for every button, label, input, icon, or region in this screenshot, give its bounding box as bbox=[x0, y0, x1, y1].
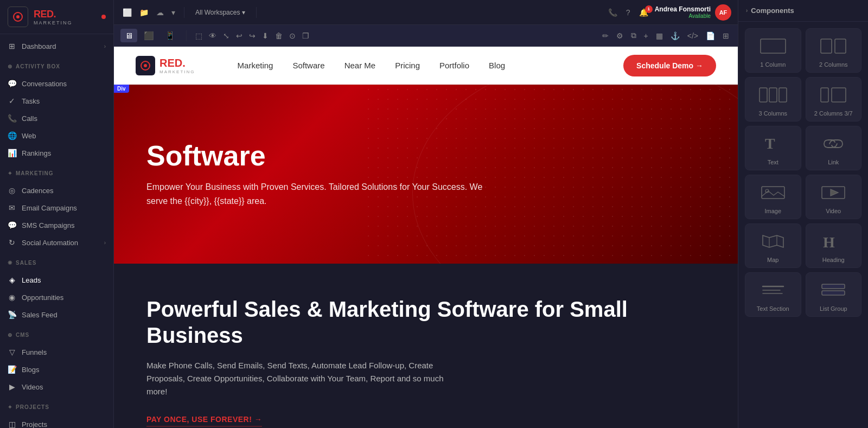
sidebar-item-web[interactable]: 🌐 Web bbox=[0, 127, 113, 144]
sidebar-item-social-automation[interactable]: ↻ Social Automation › bbox=[0, 234, 113, 251]
sidebar-item-label: Sales Feed bbox=[22, 311, 58, 319]
content-subtitle: Make Phone Calls, Send Emails, Send Text… bbox=[146, 359, 461, 398]
sidebar-item-label: Funnels bbox=[22, 348, 47, 356]
add-icon[interactable]: + bbox=[642, 29, 650, 42]
leads-icon: ◈ bbox=[8, 276, 16, 284]
sidebar-item-conversations[interactable]: 💬 Conversations bbox=[0, 75, 113, 92]
resize-icon[interactable]: ⤡ bbox=[221, 29, 232, 42]
desktop-view-button[interactable]: 🖥 bbox=[120, 29, 137, 42]
eye-icon[interactable]: 👁 bbox=[207, 29, 219, 42]
new-file-icon[interactable]: ⬜ bbox=[120, 6, 134, 19]
schedule-demo-button[interactable]: Schedule Demo → bbox=[623, 55, 716, 76]
sidebar-item-sales-feed[interactable]: 📡 Sales Feed bbox=[0, 306, 113, 323]
sidebar-logo-text: RED. bbox=[34, 9, 73, 20]
sidebar-item-cadences[interactable]: ◎ Cadences bbox=[0, 182, 113, 199]
notification-badge: 1 bbox=[645, 5, 653, 13]
settings-gear-icon[interactable]: ⚙ bbox=[614, 29, 626, 42]
sidebar-item-funnels[interactable]: ▽ Funnels bbox=[0, 343, 113, 361]
component-label: Image bbox=[764, 208, 781, 214]
component-label: 3 Columns bbox=[758, 110, 787, 117]
component-link[interactable]: Link bbox=[806, 126, 862, 170]
component-label: Text bbox=[768, 159, 778, 165]
list-group-icon bbox=[817, 279, 850, 301]
sidebar-item-rankings[interactable]: 📊 Rankings bbox=[0, 144, 113, 162]
site-nav: RED. MARKETING Marketing Software Near M… bbox=[114, 47, 738, 85]
component-text[interactable]: T Text bbox=[745, 126, 801, 170]
nav-link-pricing[interactable]: Pricing bbox=[385, 56, 430, 74]
phone-icon[interactable]: 📞 bbox=[606, 6, 620, 19]
component-label: Text Section bbox=[757, 305, 789, 312]
edit-icon[interactable]: ✏ bbox=[600, 29, 611, 42]
sidebar-item-tasks[interactable]: ✓ Tasks bbox=[0, 92, 113, 110]
svg-point-3 bbox=[144, 64, 147, 67]
cadences-icon: ◎ bbox=[8, 186, 16, 195]
sidebar-item-dashboard[interactable]: ⊞ Dashboard › bbox=[0, 37, 113, 55]
svg-text:T: T bbox=[765, 135, 775, 152]
nav-link-near-me[interactable]: Near Me bbox=[335, 56, 386, 74]
dropdown-icon[interactable]: ▾ bbox=[169, 6, 177, 19]
file-toolbar-icons: ⬜ 📁 ☁ ▾ bbox=[120, 6, 177, 19]
hero-subtitle: Empower Your Business with Proven Servic… bbox=[146, 180, 499, 208]
selection-icon[interactable]: ⬚ bbox=[193, 29, 205, 42]
mobile-view-button[interactable]: 📱 bbox=[161, 29, 180, 43]
sidebar-item-leads[interactable]: ◈ Leads bbox=[0, 271, 113, 289]
cta-link[interactable]: PAY ONCE, USE FOREVER! → bbox=[146, 415, 262, 427]
copy-icon[interactable]: ❐ bbox=[300, 29, 311, 42]
save-cloud-icon[interactable]: ☁ bbox=[154, 6, 166, 19]
download-icon[interactable]: ⬇ bbox=[260, 29, 271, 42]
nav-link-marketing[interactable]: Marketing bbox=[228, 56, 283, 74]
tablet-view-button[interactable]: ⬛ bbox=[139, 29, 158, 43]
component-3-columns[interactable]: 3 Columns bbox=[745, 77, 801, 122]
code-icon[interactable]: </> bbox=[685, 29, 700, 42]
circle-icon[interactable]: ⊙ bbox=[287, 29, 298, 42]
sidebar-item-videos[interactable]: ▶ Videos bbox=[0, 378, 113, 395]
redo-icon[interactable]: ↪ bbox=[247, 29, 258, 42]
device-divider bbox=[186, 30, 187, 41]
svg-point-1 bbox=[16, 15, 20, 18]
component-text-section[interactable]: Text Section bbox=[745, 272, 801, 317]
component-1-column[interactable]: 1 Column bbox=[745, 28, 801, 73]
undo-icon[interactable]: ↩ bbox=[234, 29, 245, 42]
sidebar-item-sms-campaigns[interactable]: 💬 SMS Campaigns bbox=[0, 216, 113, 234]
user-avatar[interactable]: AF bbox=[715, 4, 731, 21]
sidebar-item-email-campaigns[interactable]: ✉ Email Campaigns bbox=[0, 199, 113, 216]
component-2-columns[interactable]: 2 Columns bbox=[806, 28, 862, 73]
component-list-group[interactable]: List Group bbox=[806, 272, 862, 317]
nav-link-blog[interactable]: Blog bbox=[479, 56, 515, 74]
marketing-dot: ✦ bbox=[8, 170, 12, 176]
template-icon[interactable]: ▦ bbox=[654, 29, 665, 42]
help-icon[interactable]: ? bbox=[624, 6, 633, 19]
delete-icon[interactable]: 🗑 bbox=[273, 29, 285, 42]
site-logo-sub: MARKETING bbox=[159, 69, 195, 74]
marketing-nav-section: ◎ Cadences ✉ Email Campaigns 💬 SMS Campa… bbox=[0, 178, 113, 254]
sidebar-item-label: Tasks bbox=[22, 97, 40, 105]
component-heading[interactable]: H Heading bbox=[806, 223, 862, 268]
site-logo-icon bbox=[136, 56, 155, 75]
component-image[interactable]: Image bbox=[745, 175, 801, 219]
text-icon: T bbox=[757, 133, 789, 155]
notifications-button[interactable]: 🔔 1 bbox=[637, 8, 650, 17]
sidebar-item-projects[interactable]: ◫ Projects bbox=[0, 416, 113, 428]
layers-icon[interactable]: ⧉ bbox=[629, 29, 639, 42]
component-map[interactable]: Map bbox=[745, 223, 801, 268]
top-toolbar: ⬜ 📁 ☁ ▾ All Workspaces ▾ 📞 ? 🔔 1 Andrea … bbox=[114, 0, 738, 25]
dashboard-icon: ⊞ bbox=[8, 42, 16, 50]
sidebar-item-blogs[interactable]: 📝 Blogs bbox=[0, 361, 113, 378]
nav-link-portfolio[interactable]: Portfolio bbox=[430, 56, 479, 74]
expand-icon[interactable]: ⊞ bbox=[720, 29, 731, 42]
folder-icon[interactable]: 📁 bbox=[137, 6, 151, 19]
website-preview: RED. MARKETING Marketing Software Near M… bbox=[114, 47, 738, 428]
anchor-icon[interactable]: ⚓ bbox=[668, 29, 682, 42]
sidebar-item-calls[interactable]: 📞 Calls bbox=[0, 110, 113, 127]
nav-link-software[interactable]: Software bbox=[283, 56, 334, 74]
page-icon[interactable]: 📄 bbox=[704, 29, 717, 42]
component-2-columns-37[interactable]: 2 Columns 3/7 bbox=[806, 77, 862, 122]
toolbar-divider bbox=[184, 7, 184, 18]
toolbar-right: 📞 ? 🔔 1 Andrea Fonsmorti Available AF bbox=[606, 4, 731, 21]
projects-dot: ✦ bbox=[8, 404, 12, 410]
workspace-selector[interactable]: All Workspaces ▾ bbox=[191, 7, 250, 18]
main-area: ⬜ 📁 ☁ ▾ All Workspaces ▾ 📞 ? 🔔 1 Andrea … bbox=[114, 0, 738, 428]
sidebar-item-label: Calls bbox=[22, 114, 37, 123]
component-video[interactable]: Video bbox=[806, 175, 862, 219]
sidebar-item-opportunities[interactable]: ◉ Opportunities bbox=[0, 289, 113, 306]
